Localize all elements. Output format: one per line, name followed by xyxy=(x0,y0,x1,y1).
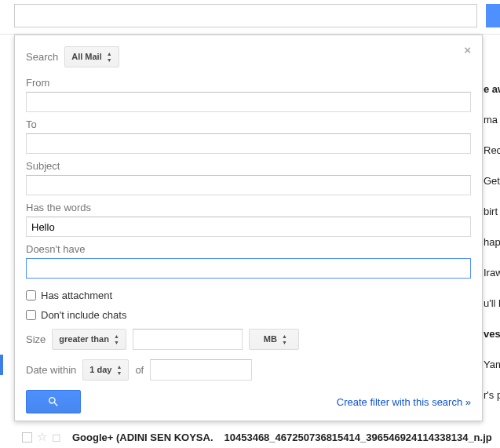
size-label: Size xyxy=(26,333,46,345)
close-icon[interactable]: × xyxy=(464,43,471,56)
has-words-input[interactable] xyxy=(26,217,471,237)
search-icon xyxy=(47,395,60,408)
left-accent xyxy=(0,355,3,375)
bg-row: Yam xyxy=(484,359,500,389)
bg-row: Rec xyxy=(484,144,500,175)
bg-row: ves xyxy=(484,328,500,359)
bg-row: hap xyxy=(484,236,500,267)
size-operator-select[interactable]: greater than xyxy=(52,329,126,350)
subject-label: Subject xyxy=(26,160,471,172)
no-chats-label: Don't include chats xyxy=(41,309,126,321)
create-filter-link[interactable]: Create filter with this search » xyxy=(337,396,471,408)
advanced-search-panel: × Search All Mail From To Subject Has th… xyxy=(14,35,483,421)
search-scope-value: All Mail xyxy=(71,52,102,61)
bg-row: birt xyxy=(484,206,500,236)
mail-subject: 10453468_467250736815414_396546924114338… xyxy=(224,432,492,443)
search-button[interactable] xyxy=(26,390,81,413)
to-label: To xyxy=(26,118,471,130)
from-input[interactable] xyxy=(26,92,471,112)
date-range-select[interactable]: 1 day xyxy=(82,359,129,381)
has-words-label: Has the words xyxy=(26,202,471,213)
date-range-value: 1 day xyxy=(89,365,111,374)
chevron-updown-icon xyxy=(282,333,287,346)
size-value-input[interactable] xyxy=(133,329,243,350)
mail-list-row[interactable]: ☆ ◻ Google+ (ADINI SEN KOYSA. 10453468_4… xyxy=(22,430,493,444)
bg-row: r's p xyxy=(484,389,500,420)
star-icon[interactable]: ☆ xyxy=(37,430,47,444)
chevron-updown-icon xyxy=(116,364,122,377)
from-label: From xyxy=(26,77,471,89)
doesnt-have-label: Doesn't have xyxy=(26,243,471,255)
global-search-input[interactable] xyxy=(14,4,477,27)
date-value-input[interactable] xyxy=(150,359,252,381)
bg-row: ma / xyxy=(484,114,500,144)
no-chats-checkbox[interactable] xyxy=(26,310,36,320)
size-unit-value: MB xyxy=(264,334,277,344)
mail-sender: Google+ (ADINI SEN KOYSA. xyxy=(72,432,214,443)
chevron-updown-icon xyxy=(107,51,112,64)
row-checkbox[interactable] xyxy=(22,432,32,443)
date-within-label: Date within xyxy=(26,364,76,376)
bg-row: e aw xyxy=(484,83,500,114)
background-mail-snippets: e aw ma / Rec Get birt hap Iraw u'll l v… xyxy=(484,83,500,420)
subject-input[interactable] xyxy=(26,175,471,195)
has-attachment-checkbox[interactable] xyxy=(26,290,36,300)
date-of-label: of xyxy=(135,364,144,376)
size-operator-value: greater than xyxy=(59,334,109,344)
size-unit-select[interactable]: MB xyxy=(249,329,299,350)
bg-row: u'll l xyxy=(484,297,500,328)
chevron-updown-icon xyxy=(114,333,119,346)
to-input[interactable] xyxy=(26,133,471,154)
doesnt-have-input[interactable] xyxy=(26,258,471,279)
search-scope-label: Search xyxy=(26,51,58,63)
global-search-button[interactable] xyxy=(486,4,500,27)
has-attachment-label: Has attachment xyxy=(41,290,112,301)
bg-row: Get xyxy=(484,175,500,206)
bg-row: Iraw xyxy=(484,267,500,297)
search-scope-select[interactable]: All Mail xyxy=(64,46,119,67)
label-icon[interactable]: ◻ xyxy=(52,431,61,443)
